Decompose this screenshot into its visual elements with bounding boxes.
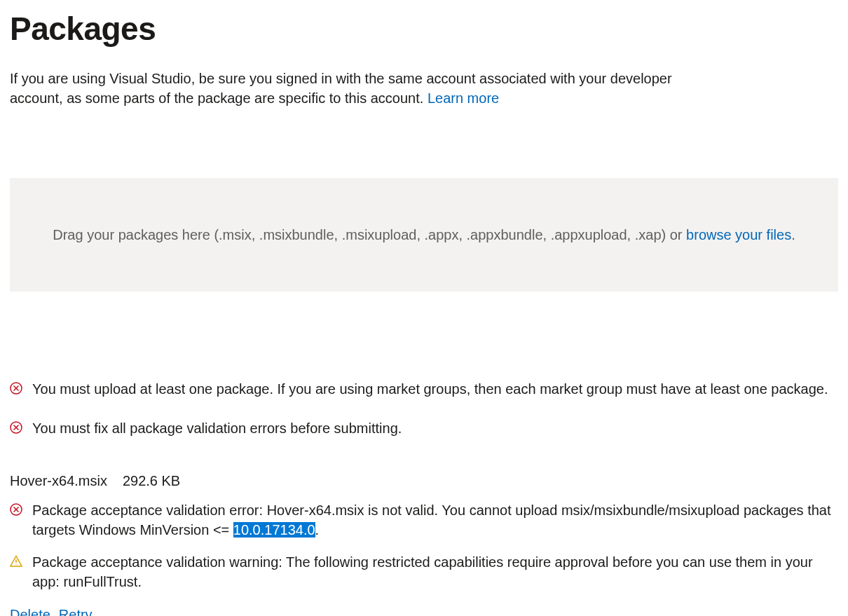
error-text: You must upload at least one package. If… [32, 379, 828, 399]
file-entry: Hover-x64.msix 292.6 KB Package acceptan… [10, 473, 838, 616]
dropzone-text: Drag your packages here (.msix, .msixbun… [31, 224, 817, 245]
error-text-after: . [315, 522, 320, 538]
highlighted-version: 10.0.17134.0 [233, 522, 315, 538]
intro-text: If you are using Visual Studio, be sure … [10, 69, 718, 108]
file-name: Hover-x64.msix [10, 473, 107, 489]
page-title: Packages [10, 10, 838, 48]
warning-message: Package acceptance validation warning: T… [10, 552, 838, 591]
error-message: You must fix all package validation erro… [10, 418, 838, 438]
browse-files-link[interactable]: browse your files [686, 227, 791, 242]
error-text: Package acceptance validation error: Hov… [32, 500, 838, 540]
svg-point-10 [15, 564, 16, 565]
file-actions: Delete Retry [10, 607, 838, 616]
file-size: 292.6 KB [123, 473, 180, 489]
error-message: Package acceptance validation error: Hov… [10, 500, 838, 540]
global-messages: You must upload at least one package. If… [10, 379, 838, 438]
error-message: You must upload at least one package. If… [10, 379, 838, 399]
file-messages: Package acceptance validation error: Hov… [10, 500, 838, 591]
error-icon [10, 382, 22, 395]
dropzone-suffix: . [791, 227, 795, 242]
intro-body: If you are using Visual Studio, be sure … [10, 71, 672, 106]
package-dropzone[interactable]: Drag your packages here (.msix, .msixbun… [10, 178, 838, 292]
error-text: You must fix all package validation erro… [32, 418, 402, 438]
error-text-before: Package acceptance validation error: Hov… [32, 502, 831, 538]
file-row: Hover-x64.msix 292.6 KB [10, 473, 838, 489]
retry-link[interactable]: Retry [59, 607, 93, 616]
learn-more-link[interactable]: Learn more [428, 90, 499, 106]
delete-link[interactable]: Delete [10, 607, 50, 616]
dropzone-prefix: Drag your packages here (.msix, .msixbun… [53, 227, 686, 242]
error-icon [10, 421, 22, 434]
error-icon [10, 503, 22, 516]
warning-icon [10, 555, 22, 568]
warning-text: Package acceptance validation warning: T… [32, 552, 838, 591]
